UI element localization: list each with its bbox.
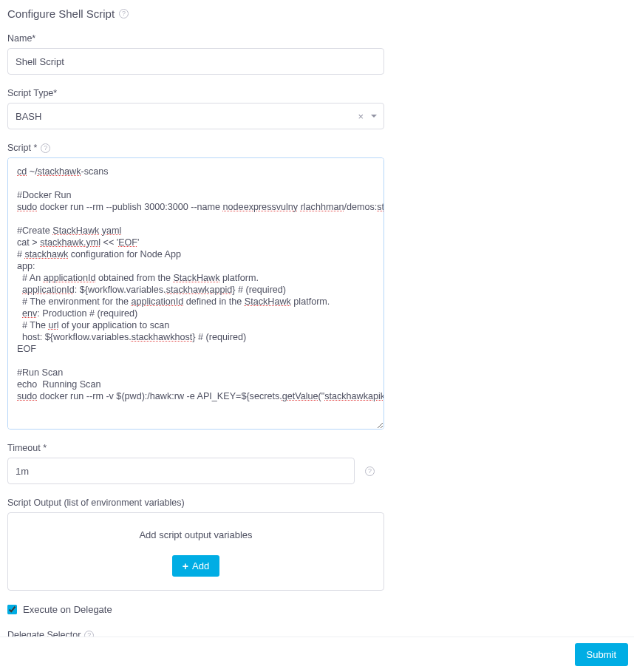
execute-on-delegate-label: Execute on Delegate (23, 604, 112, 615)
help-icon[interactable]: ? (119, 9, 129, 18)
script-type-select[interactable] (7, 103, 384, 129)
page-title-text: Configure Shell Script (7, 7, 115, 20)
script-textarea[interactable]: cd ~/stackhawk-scans #Docker Run sudo do… (7, 157, 384, 430)
script-output-box: Add script output variables + Add (7, 512, 384, 591)
chevron-down-icon[interactable] (371, 115, 377, 118)
submit-button[interactable]: Submit (575, 643, 628, 666)
plus-icon: + (183, 561, 188, 571)
script-type-label: Script Type* (7, 88, 384, 98)
name-input[interactable] (7, 48, 384, 75)
page-title: Configure Shell Script ? (7, 7, 384, 20)
timeout-input[interactable] (7, 458, 355, 484)
script-output-label: Script Output (list of environment varia… (7, 498, 384, 508)
execute-on-delegate-checkbox[interactable] (7, 605, 17, 614)
script-label-text: Script * (7, 143, 37, 153)
script-output-message: Add script output variables (16, 529, 376, 540)
script-label: Script * ? (7, 143, 384, 153)
help-icon[interactable]: ? (365, 466, 375, 476)
name-label: Name* (7, 33, 384, 44)
timeout-label: Timeout * (7, 443, 384, 453)
footer: Submit (0, 637, 634, 672)
close-icon[interactable]: × (358, 112, 364, 121)
add-output-button[interactable]: + Add (172, 555, 219, 577)
add-label: Add (192, 560, 209, 571)
help-icon[interactable]: ? (41, 143, 50, 153)
